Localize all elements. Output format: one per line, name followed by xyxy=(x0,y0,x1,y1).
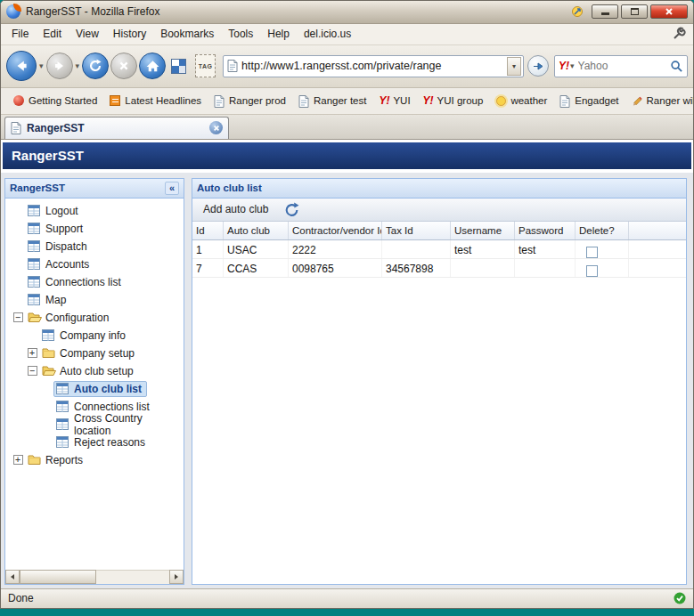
reload-button[interactable] xyxy=(82,53,109,79)
table-icon xyxy=(28,294,42,305)
folder-closed-icon xyxy=(42,347,56,359)
column-header-auto-club[interactable]: Auto club xyxy=(224,222,289,239)
sidebar-horizontal-scrollbar[interactable] xyxy=(5,570,184,584)
refresh-icon[interactable] xyxy=(284,202,299,217)
grid-toolbar: Add auto club xyxy=(192,199,686,222)
table-icon xyxy=(28,258,42,270)
tree-item-accounts[interactable]: Accounts xyxy=(5,255,184,273)
delete-checkbox[interactable] xyxy=(586,265,598,277)
url-input[interactable] xyxy=(238,60,507,72)
menu-view[interactable]: View xyxy=(69,25,106,43)
tab-title: RangerSST xyxy=(27,122,204,134)
tree-item-dispatch[interactable]: Dispatch xyxy=(5,238,184,255)
column-header-delete[interactable]: Delete? xyxy=(576,222,629,239)
tab-close-button[interactable] xyxy=(209,121,223,134)
collapse-node-icon[interactable]: − xyxy=(28,366,37,376)
home-icon xyxy=(145,59,160,74)
tab-rangersst[interactable]: RangerSST xyxy=(4,117,229,139)
extension-wrench-icon[interactable] xyxy=(672,27,686,41)
table-icon xyxy=(56,436,70,448)
table-row[interactable]: 1 USAC 2222 test test xyxy=(192,240,686,259)
grid-header-row: Id Auto club Contractor/vendor Id Tax Id… xyxy=(192,222,686,240)
main-panel-title: Auto club list xyxy=(197,182,262,193)
tree-item-reports[interactable]: +Reports xyxy=(5,451,184,469)
add-auto-club-button[interactable]: Add auto club xyxy=(200,201,272,217)
app-layout: RangerSST « Logout Support Dispatch Acco… xyxy=(1,173,693,588)
scroll-right-button[interactable] xyxy=(169,570,184,584)
menu-edit[interactable]: Edit xyxy=(36,25,69,43)
forward-dropdown-icon[interactable]: ▾ xyxy=(75,61,81,70)
window-title: RangerSST - Mozilla Firefox xyxy=(26,5,160,18)
scroll-right-icon xyxy=(175,574,178,580)
folder-open-icon xyxy=(28,312,42,323)
expand-node-icon[interactable]: + xyxy=(13,455,23,465)
bookmark-ranger-wiki[interactable]: Ranger wiki xyxy=(626,93,694,109)
search-icon[interactable] xyxy=(670,60,683,73)
collapse-sidebar-button[interactable]: « xyxy=(165,182,179,195)
stop-icon xyxy=(118,61,129,71)
getting-started-icon xyxy=(13,95,25,107)
tree-item-configuration[interactable]: −Configuration xyxy=(5,309,184,327)
column-header-contractor[interactable]: Contractor/vendor Id xyxy=(289,222,382,239)
close-button[interactable] xyxy=(650,4,688,19)
expand-node-icon[interactable]: + xyxy=(28,348,37,358)
tree-item-support[interactable]: Support xyxy=(5,220,184,238)
search-input[interactable] xyxy=(576,60,670,72)
pencil-icon xyxy=(632,95,643,107)
tree-item-company-info[interactable]: Company info xyxy=(5,327,184,344)
browser-window: RangerSST - Mozilla Firefox File Edit Vi… xyxy=(0,0,694,609)
delete-checkbox[interactable] xyxy=(586,247,598,258)
stop-button[interactable] xyxy=(110,53,137,79)
menu-file[interactable]: File xyxy=(4,25,36,43)
firefox-icon xyxy=(6,4,20,19)
delicious-icon[interactable] xyxy=(171,59,186,74)
bookmark-weather[interactable]: weather xyxy=(490,93,552,109)
pin-icon[interactable] xyxy=(571,5,584,18)
bookmark-engadget[interactable]: Engadget xyxy=(554,93,624,109)
tab-bar: RangerSST xyxy=(1,115,693,140)
bookmark-ranger-test[interactable]: Ranger test xyxy=(293,93,371,109)
home-button[interactable] xyxy=(139,53,166,79)
table-icon xyxy=(56,418,70,430)
bookmark-getting-started[interactable]: Getting Started xyxy=(8,93,102,109)
tree-item-auto-club-setup[interactable]: −Auto club setup xyxy=(5,362,184,380)
menu-help[interactable]: Help xyxy=(260,25,297,43)
tree-item-map[interactable]: Map xyxy=(5,291,184,309)
column-header-tax-id[interactable]: Tax Id xyxy=(382,222,451,239)
menu-bookmarks[interactable]: Bookmarks xyxy=(153,25,221,43)
tree-item-company-setup[interactable]: +Company setup xyxy=(5,344,184,362)
go-button[interactable] xyxy=(527,55,549,77)
back-button[interactable] xyxy=(6,51,37,81)
scrollbar-thumb[interactable] xyxy=(20,570,96,584)
bookmark-ranger-prod[interactable]: Ranger prod xyxy=(208,93,291,109)
menu-delicious[interactable]: del.icio.us xyxy=(297,25,358,43)
scroll-left-button[interactable] xyxy=(5,570,20,584)
tag-button[interactable]: TAG xyxy=(195,54,216,77)
menu-tools[interactable]: Tools xyxy=(221,25,260,43)
tree-item-cross-country-location[interactable]: Cross Country location xyxy=(5,416,184,434)
search-box[interactable]: Y! ▾ xyxy=(554,55,688,77)
menu-history[interactable]: History xyxy=(106,25,153,43)
tree-item-auto-club-list[interactable]: Auto club list xyxy=(5,380,184,398)
column-header-username[interactable]: Username xyxy=(451,222,515,239)
table-row[interactable]: 7 CCAS 0098765 34567898 xyxy=(192,259,686,278)
tree-item-logout[interactable]: Logout xyxy=(5,202,184,220)
tree-item-connections-list[interactable]: Connections list xyxy=(5,273,184,291)
bookmark-yui[interactable]: Y!YUI xyxy=(373,92,415,109)
back-dropdown-icon[interactable]: ▾ xyxy=(38,61,45,70)
bookmark-yui-group[interactable]: Y!YUI group xyxy=(418,92,489,109)
main-panel-header: Auto club list xyxy=(192,179,686,199)
app-banner: RangerSST xyxy=(3,142,691,169)
maximize-button[interactable] xyxy=(621,4,648,19)
bookmark-latest-headlines[interactable]: Latest Headlines xyxy=(104,93,207,109)
table-icon xyxy=(28,276,42,288)
column-header-password[interactable]: Password xyxy=(515,222,576,239)
url-bar[interactable]: ▾ xyxy=(223,55,524,77)
titlebar[interactable]: RangerSST - Mozilla Firefox xyxy=(1,1,693,24)
yahoo-logo-icon[interactable]: Y! xyxy=(559,60,569,72)
forward-button[interactable] xyxy=(46,53,73,79)
url-dropdown-button[interactable]: ▾ xyxy=(507,57,521,76)
collapse-node-icon[interactable]: − xyxy=(13,312,23,322)
column-header-id[interactable]: Id xyxy=(192,222,224,239)
minimize-button[interactable] xyxy=(592,4,618,19)
